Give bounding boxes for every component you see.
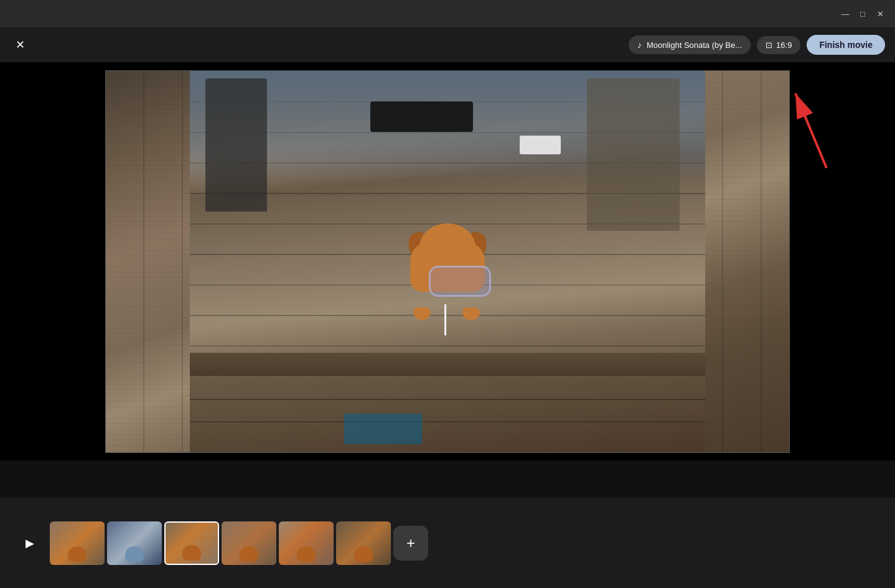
preview-frame (105, 70, 790, 453)
thumbnail-3[interactable] (164, 521, 219, 565)
close-editor-button[interactable]: ✕ (10, 35, 30, 55)
thumbnail-1[interactable] (50, 521, 105, 565)
thumbnails-strip: + (50, 521, 876, 565)
preview-area (0, 62, 895, 460)
top-toolbar: ✕ ♪ Moonlight Sonata (by Be... ⊡ 16:9 Fi… (0, 27, 895, 62)
thumbnail-4[interactable] (222, 521, 276, 565)
add-clip-button[interactable]: + (393, 526, 428, 561)
thumbnail-5[interactable] (279, 521, 334, 565)
maximize-button[interactable]: □ (858, 9, 868, 19)
title-bar: — □ ✕ (0, 0, 895, 27)
puppy-leash (444, 304, 446, 335)
music-button[interactable]: ♪ Moonlight Sonata (by Be... (629, 35, 751, 54)
aspect-ratio-label: 16:9 (776, 40, 792, 50)
window-controls: — □ ✕ (840, 9, 885, 19)
finish-movie-button[interactable]: Finish movie (807, 35, 885, 55)
thumbnail-6[interactable] (336, 521, 391, 565)
puppy-harness (429, 266, 491, 297)
music-icon: ♪ (637, 40, 642, 50)
play-button[interactable]: ▶ (19, 532, 41, 554)
minimize-button[interactable]: — (840, 9, 850, 19)
timeline-area: ▶ (0, 498, 895, 588)
music-label: Moonlight Sonata (by Be... (647, 40, 742, 50)
thumbnail-2[interactable] (107, 521, 162, 565)
preview-image (106, 71, 789, 452)
aspect-ratio-button[interactable]: ⊡ 16:9 (757, 36, 800, 54)
aspect-ratio-icon: ⊡ (766, 40, 772, 50)
toolbar-right: ♪ Moonlight Sonata (by Be... ⊡ 16:9 Fini… (629, 35, 885, 55)
puppy-torso (410, 242, 485, 292)
editor-area: ✕ ♪ Moonlight Sonata (by Be... ⊡ 16:9 Fi… (0, 27, 895, 588)
puppy (398, 223, 497, 310)
close-window-button[interactable]: ✕ (875, 9, 885, 19)
